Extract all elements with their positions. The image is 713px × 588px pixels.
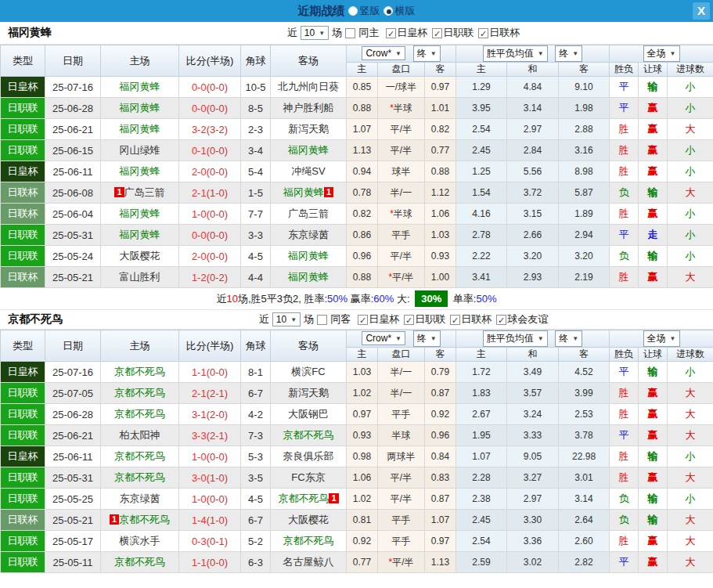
halftime-score: (0-0) (207, 451, 228, 463)
away-team: 福冈黄蜂 (271, 140, 347, 161)
league-checkbox[interactable]: ✓ (478, 28, 488, 38)
away-team: 京都不死鸟 (271, 531, 347, 552)
league-checkbox[interactable]: ✓ (496, 315, 506, 325)
ah-line: 半/一 (378, 362, 425, 383)
result-handicap: 赢 (639, 383, 668, 404)
odds-home: 1.95 (456, 425, 507, 446)
result-handicap: 输 (639, 362, 668, 383)
score: 2-1(1-0) (179, 182, 241, 204)
result-handicap: 赢 (639, 204, 668, 225)
result-outcome: 胜 (610, 383, 639, 404)
odds-home: 1.29 (456, 77, 507, 98)
match-date: 25-06-28 (45, 404, 101, 425)
col-odds-away: 客 (559, 348, 610, 362)
col-ah-away: 客 (425, 63, 456, 77)
corner-count: 4-5 (241, 246, 271, 267)
league-checkbox[interactable]: ✓ (450, 315, 460, 325)
col-handicap-result: 让球 (639, 63, 668, 77)
radio-checked-icon[interactable] (384, 6, 393, 16)
league-label: 日职联 (443, 26, 474, 40)
halftime-score: (0-0) (207, 103, 228, 114)
odds-source-select[interactable]: 胜平负均值▼ (483, 45, 548, 62)
ah-home-odds: 0.88 (347, 267, 378, 288)
home-team: 京都不死鸟 (101, 383, 179, 404)
corner-count: 4-2 (241, 404, 271, 425)
ah-away-odds: 0.82 (425, 119, 456, 140)
score: 1-4(1-0) (179, 510, 241, 531)
games-count-select[interactable]: 10▼ (301, 26, 329, 40)
odds-draw: 3.27 (507, 467, 559, 489)
scope-select[interactable]: 全场▼ (643, 45, 680, 62)
col-handicap-result: 让球 (639, 348, 668, 362)
same-venue-label: 同客 (330, 312, 351, 326)
ah-away-odds: 0.79 (425, 362, 456, 383)
score: 1-1(0-0) (179, 362, 241, 383)
type-badge: 日联杯 (1, 182, 45, 204)
star-icon: * (390, 208, 394, 219)
fulltime-score: 0-0 (192, 229, 207, 241)
ah-home-odds: 0.82 (347, 204, 378, 225)
away-team: 京都不死鸟 (271, 425, 347, 446)
team-name-text: 冈山绿雉 (120, 144, 160, 156)
team-name-text: 京都不死鸟 (278, 492, 329, 504)
league-label: 日联杯 (489, 26, 520, 40)
league-checkbox[interactable]: ✓ (386, 28, 396, 38)
titlebar: 近期战绩 竖版 横版 X (0, 0, 713, 22)
corner-count: 6-7 (241, 383, 271, 404)
bookmaker-select[interactable]: Crow*▼ (362, 46, 405, 60)
handicap-group-header: Crow*▼ 终▼ (347, 330, 456, 348)
league-checkbox[interactable]: ✓ (358, 315, 368, 325)
odds-stage-select[interactable]: 终▼ (555, 330, 582, 347)
odds-source-select[interactable]: 胜平负均值▼ (483, 330, 548, 347)
match-row: 日联杯25-06-04福冈黄蜂1-0(0-0)7-7广岛三箭0.82*半球1.0… (1, 204, 713, 225)
odds-home: 3.41 (456, 267, 507, 288)
same-venue-checkbox[interactable] (317, 315, 327, 325)
same-venue-checkbox[interactable] (345, 28, 355, 38)
result-handicap: 赢 (639, 404, 668, 425)
away-team: 广岛三箭 (271, 204, 347, 225)
games-count-select[interactable]: 10▼ (272, 312, 301, 326)
league-checkbox[interactable]: ✓ (404, 315, 414, 325)
fulltime-score: 2-1 (192, 187, 207, 199)
result-outcome: 平 (610, 362, 639, 383)
odds-home: 2.54 (456, 119, 507, 140)
corner-count: 10-5 (241, 77, 271, 98)
ah-home-odds: 1.03 (347, 362, 378, 383)
odds-stage-select[interactable]: 终▼ (555, 45, 582, 62)
result-handicap: 输 (639, 489, 668, 510)
type-badge: 日联杯 (1, 267, 45, 288)
radio-horizontal-layout[interactable]: 横版 (384, 4, 416, 18)
score: 0-0(0-0) (179, 77, 241, 98)
summary-segment: 大: (394, 293, 412, 305)
stage-select[interactable]: 终▼ (413, 45, 441, 62)
team-name-text: 京都不死鸟 (119, 514, 170, 525)
team-name-text: 横滨FC (291, 366, 325, 377)
odds-home: 2.54 (456, 531, 507, 552)
bookmaker-select[interactable]: Crow*▼ (362, 331, 405, 345)
halftime-score: (0-1) (207, 536, 228, 547)
fulltime-score: 0-0 (192, 81, 207, 93)
ah-home-odds: 0.85 (347, 77, 378, 98)
result-outcome: 胜 (610, 446, 639, 467)
score: 3-2(3-2) (179, 119, 241, 140)
odds-home: 1.72 (456, 362, 507, 383)
team-name-text: 横滨水手 (120, 535, 160, 547)
col-result: 胜负 (610, 348, 639, 362)
result-outcome: 负 (610, 489, 639, 510)
stage-select[interactable]: 终▼ (413, 330, 441, 347)
halftime-score: (0-0) (207, 366, 228, 378)
close-icon[interactable]: X (693, 2, 710, 20)
radio-vertical-layout[interactable]: 竖版 (348, 4, 380, 18)
corner-count: 8-1 (241, 362, 271, 383)
scope-select[interactable]: 全场▼ (643, 330, 680, 347)
type-badge: 日职联 (1, 225, 45, 246)
ah-home-odds: 0.78 (347, 182, 378, 204)
league-checkbox[interactable]: ✓ (432, 28, 442, 38)
ah-away-odds: 0.87 (425, 489, 456, 510)
odds-away: 2.82 (559, 552, 610, 573)
chevron-down-icon: ▼ (538, 50, 544, 57)
away-team: 大阪钢巴 (271, 404, 347, 425)
radio-unchecked-icon[interactable] (348, 6, 358, 16)
ah-line: 半/一 (378, 182, 425, 204)
halftime-score: (1-0) (207, 472, 228, 484)
